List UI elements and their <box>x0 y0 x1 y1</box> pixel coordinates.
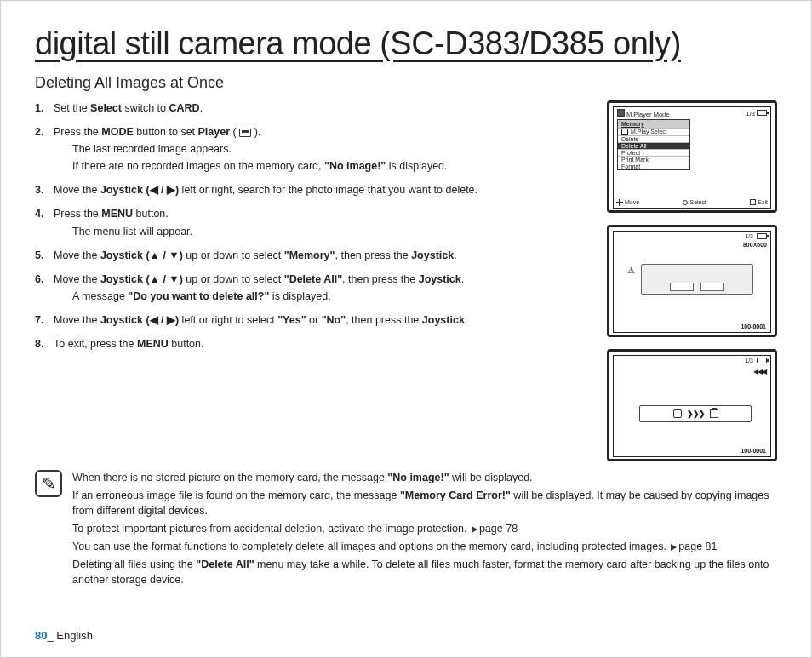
section-subtitle: Deleting All Images at Once <box>35 74 777 92</box>
confirm-dialog <box>641 264 753 295</box>
step-2-note-a: The last recorded image appears. <box>54 141 592 157</box>
note-3: To protect important pictures from accid… <box>72 521 777 537</box>
menu-item-protect: Protect <box>618 149 689 156</box>
step-2: Press the MODE button to set Player ( ).… <box>35 124 592 174</box>
step-3: Move the Joystick (◀ / ▶) left or right,… <box>35 182 592 197</box>
note-1: When there is no stored picture on the m… <box>72 470 777 486</box>
step-1: Set the Select switch to CARD. <box>35 100 592 116</box>
lock-icon <box>673 409 682 418</box>
notes-section: When there is no stored picture on the m… <box>35 470 777 590</box>
note-5: Deleting all files using the "Delete All… <box>72 557 777 589</box>
step-5: Move the Joystick (▲ / ▼) up or down to … <box>35 248 592 263</box>
exit-icon <box>750 199 756 205</box>
step-6: Move the Joystick (▲ / ▼) up or down to … <box>35 272 592 304</box>
lcd-preview-menu: M.Player Mode 1/3 Memory M.Play Select D… <box>607 100 777 213</box>
move-icon <box>616 199 623 206</box>
instructions-column: Set the Select switch to CARD. Press the… <box>35 100 592 461</box>
select-icon <box>683 200 688 205</box>
lcd-preview-confirm: 1/3 800X600 ⚠ 100-0001 <box>607 225 777 337</box>
menu-item-mplay: M.Play Select <box>618 128 689 135</box>
step-8: To exit, press the MENU button. <box>35 336 592 352</box>
step-7: Move the Joystick (◀ / ▶) left or right … <box>35 312 592 328</box>
step-4: Press the MENU button. The menu list wil… <box>35 206 592 238</box>
page-ref-arrow-icon <box>472 526 477 533</box>
progress-box: ❯❯❯ <box>639 405 752 422</box>
step-6-note: A message "Do you want to delete all?" i… <box>54 289 592 304</box>
steps-list: Set the Select switch to CARD. Press the… <box>35 100 592 352</box>
battery-icon <box>757 110 767 116</box>
battery-icon <box>757 233 767 239</box>
note-icon <box>35 470 62 497</box>
memory-menu: Memory M.Play Select Delete Delete All P… <box>617 119 690 170</box>
note-2: If an erroneous image file is found on t… <box>72 488 777 520</box>
progress-chevrons-icon: ❯❯❯ <box>687 409 705 418</box>
rewind-icon: ◀◀◀ <box>753 368 766 375</box>
page-title: digital still camera mode (SC-D383/D385 … <box>35 26 777 62</box>
trash-icon <box>710 409 718 418</box>
page-footer: 80_ English <box>35 629 93 642</box>
player-mode-icon <box>617 109 625 117</box>
battery-icon <box>757 358 767 363</box>
warning-icon: ⚠ <box>627 266 635 275</box>
menu-item-delete-all: Delete All <box>618 142 689 149</box>
menu-item-printmark: Print Mark <box>618 156 689 163</box>
dialog-btn-no <box>700 283 724 291</box>
dialog-btn-yes <box>670 283 694 291</box>
menu-title: Memory <box>618 120 689 128</box>
lcd-previews-column: M.Player Mode 1/3 Memory M.Play Select D… <box>607 100 777 461</box>
image-id-label: 100-0001 <box>741 448 766 454</box>
step-2-note-b: If there are no recorded images on the m… <box>54 158 592 174</box>
menu-item-format: Format <box>618 163 689 169</box>
lcd-preview-progress: 1/3 ◀◀◀ ❯❯❯ 100-0001 <box>607 349 777 461</box>
menu-item-delete: Delete <box>618 135 689 142</box>
note-4: You can use the format functions to comp… <box>72 539 777 555</box>
page-ref-arrow-icon <box>671 544 677 551</box>
step-4-note: The menu list will appear. <box>54 224 592 239</box>
player-icon <box>239 129 251 137</box>
resolution-label: 800X600 <box>743 242 767 248</box>
image-id-label: 100-0001 <box>741 323 766 329</box>
